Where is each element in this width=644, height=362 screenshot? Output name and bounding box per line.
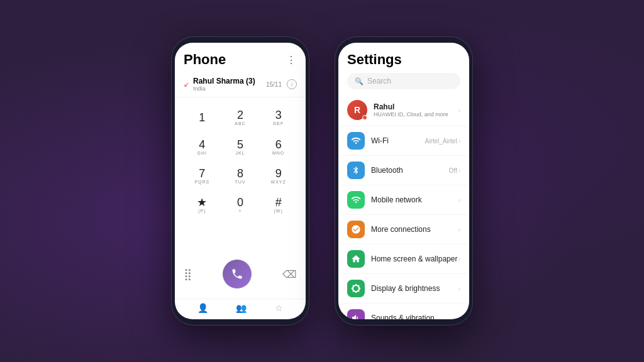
chevron-icon: › [458, 256, 460, 263]
settings-item-display[interactable]: Display & brightness › [338, 274, 469, 304]
dial-key-7[interactable]: 7 PQRS [184, 162, 221, 190]
dialpad: 1 2 ABC 3 DEF 4 GHI [175, 97, 306, 255]
menu-icon[interactable]: ⋮ [286, 54, 297, 66]
display-label: Display & brightness [371, 284, 458, 293]
call-info: Rahul Sharma (3) India [193, 77, 255, 92]
chevron-icon: › [458, 285, 460, 292]
settings-screen: Settings 🔍 Search R Rahul [338, 43, 469, 319]
chevron-icon: › [458, 138, 460, 145]
wifi-label: Wi-Fi [371, 136, 425, 145]
grid-icon[interactable]: ⣿ [184, 267, 192, 281]
search-icon: 🔍 [355, 77, 364, 85]
caller-name: Rahul Sharma (3) [193, 77, 255, 85]
settings-item-bluetooth[interactable]: Bluetooth Off › [338, 156, 469, 185]
profile-name: Rahul [374, 102, 458, 111]
homescreen-icon [347, 250, 365, 268]
call-button[interactable] [223, 260, 252, 288]
homescreen-label: Home screen & wallpaper [371, 255, 458, 263]
dial-key-1[interactable]: 1 [184, 104, 221, 131]
bluetooth-icon [347, 162, 365, 179]
settings-item-profile[interactable]: R Rahul HUAWEI ID, Cloud, and more › [338, 94, 469, 126]
dial-key-3[interactable]: 3 DEF [260, 104, 297, 131]
recent-call-left: ↙ Rahul Sharma (3) India [184, 77, 255, 92]
backspace-icon[interactable]: ⌫ [282, 268, 297, 280]
dial-key-8[interactable]: 8 TUV [222, 162, 259, 190]
settings-search-bar[interactable]: 🔍 Search [347, 73, 460, 89]
bluetooth-value: Off [449, 167, 457, 174]
bottom-nav: 👤 👥 ☆ [175, 299, 306, 319]
display-icon [347, 280, 365, 297]
chevron-icon: › [458, 167, 460, 174]
dial-key-0[interactable]: 0 + [222, 191, 259, 219]
mobile-icon [347, 191, 365, 209]
chevron-icon: › [458, 197, 460, 204]
call-count: 15/11 [266, 81, 282, 88]
info-icon[interactable]: i [287, 79, 297, 89]
settings-item-sound[interactable]: Sounds & vibration › [338, 304, 469, 319]
connections-icon [347, 221, 365, 238]
settings-item-connections[interactable]: More connections › [338, 215, 469, 244]
dialer-screen: Phone ⋮ ↙ Rahul Sharma (3) India 15/11 i [175, 43, 306, 319]
chevron-icon: › [458, 315, 460, 320]
settings-item-homescreen[interactable]: Home screen & wallpaper › [338, 244, 469, 274]
favorites-nav-icon[interactable]: ☆ [275, 303, 283, 313]
dial-key-5[interactable]: 5 JKL [222, 133, 259, 160]
notification-dot [362, 115, 367, 120]
add-contact-nav-icon[interactable]: 👥 [236, 303, 247, 313]
contacts-nav-icon[interactable]: 👤 [197, 303, 208, 313]
phone-dialer: Phone ⋮ ↙ Rahul Sharma (3) India 15/11 i [171, 36, 309, 326]
dial-key-hash[interactable]: # (W) [260, 191, 297, 219]
wifi-value: Airtel_Airtel [425, 138, 457, 145]
sound-icon [347, 309, 365, 319]
settings-item-mobile[interactable]: Mobile network › [338, 185, 469, 215]
dial-key-4[interactable]: 4 GHI [184, 133, 221, 160]
chevron-icon: › [458, 226, 460, 233]
recent-call-item[interactable]: ↙ Rahul Sharma (3) India 15/11 i [175, 72, 306, 97]
dialer-header: Phone ⋮ [175, 43, 306, 72]
caller-country: India [193, 85, 255, 92]
settings-list: R Rahul HUAWEI ID, Cloud, and more › [338, 94, 469, 319]
settings-header: Settings 🔍 Search [338, 43, 469, 94]
search-placeholder: Search [367, 77, 391, 85]
wifi-icon [347, 132, 365, 150]
phone-settings: Settings 🔍 Search R Rahul [335, 36, 473, 326]
settings-title: Settings [347, 52, 460, 68]
avatar: R [347, 100, 367, 120]
dial-key-9[interactable]: 9 WXYZ [260, 162, 297, 190]
phones-container: Phone ⋮ ↙ Rahul Sharma (3) India 15/11 i [171, 36, 473, 326]
profile-sub: HUAWEI ID, Cloud, and more [374, 111, 458, 118]
dial-key-star[interactable]: ★ (P) [184, 191, 221, 219]
chevron-icon: › [458, 107, 460, 114]
mobile-label: Mobile network [371, 195, 458, 204]
bluetooth-label: Bluetooth [371, 166, 449, 175]
dialer-title: Phone [184, 52, 226, 68]
dialer-bottom: ⣿ ⌫ [175, 255, 306, 299]
dial-key-6[interactable]: 6 MNO [260, 133, 297, 160]
dial-key-2[interactable]: 2 ABC [222, 104, 259, 131]
sound-label: Sounds & vibration [371, 314, 458, 319]
settings-item-wifi[interactable]: Wi-Fi Airtel_Airtel › [338, 126, 469, 156]
connections-label: More connections [371, 225, 458, 234]
call-arrow: ↙ [184, 80, 189, 89]
